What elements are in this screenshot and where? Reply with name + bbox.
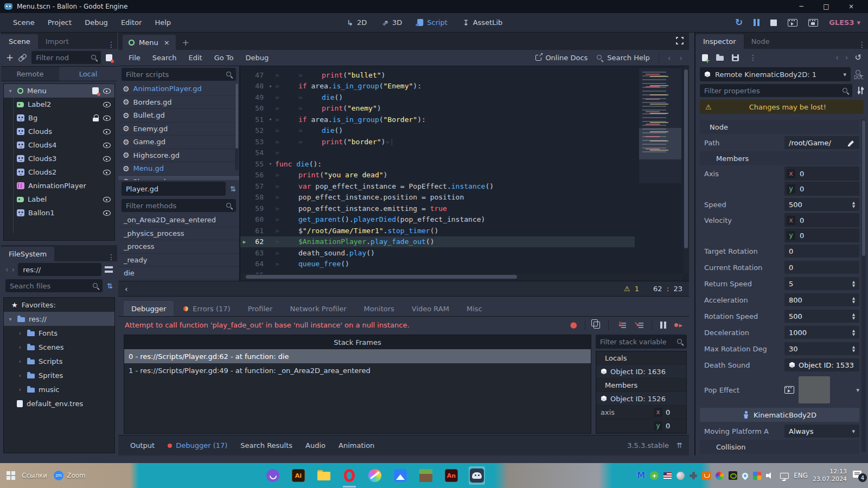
nav-forward-icon[interactable]: › (12, 265, 15, 274)
fs-row-sprites[interactable]: ›Sprites (4, 368, 114, 382)
spinner-icon[interactable]: ▲▼ (852, 313, 855, 320)
code-line[interactable]: 64»queue_free() (240, 259, 635, 270)
code-line[interactable]: 63»death_sound.play() (240, 247, 635, 259)
restart-button[interactable]: ↻ (735, 18, 743, 27)
menu-project[interactable]: Project (41, 13, 78, 33)
file-search-input[interactable] (9, 281, 92, 291)
prop-return-speed[interactable]: Return Speed 5▲▼ (700, 275, 859, 292)
members-object[interactable]: Object ID: 1526 (596, 392, 686, 406)
play-custom-scene-button[interactable] (808, 19, 818, 27)
fold-icon[interactable]: ▾ (266, 161, 275, 166)
zoom-shortcut[interactable]: zm Zoom (54, 471, 86, 480)
script-menu-search[interactable]: Search (146, 50, 183, 66)
object-selector[interactable]: Remote KinematicBody2D: 1 ▾ (700, 67, 851, 81)
tab-network-profiler[interactable]: Network Profiler (282, 301, 354, 316)
menu-help[interactable]: Help (148, 13, 177, 33)
start-button[interactable] (7, 471, 15, 480)
tree-row-clouds3[interactable]: Clouds3 (4, 152, 114, 165)
script-menu-edit[interactable]: Edit (182, 50, 208, 66)
menu-editor[interactable]: Editor (114, 13, 148, 33)
prop-axis-x[interactable]: Axis x0 (700, 166, 859, 181)
sort-methods-icon[interactable]: ⇅ (230, 185, 236, 193)
local-tab[interactable]: Local (59, 67, 117, 81)
code-line[interactable]: ▶62»$AnimationPlayer.play_fade_out() (240, 236, 635, 248)
prop-acceleration[interactable]: Acceleration 800▲▼ (700, 292, 859, 308)
section-node[interactable]: Node (700, 120, 859, 134)
stop-button[interactable] (770, 20, 777, 26)
animation-button[interactable]: Animation (333, 441, 380, 450)
script-item[interactable]: ⚙Menu.gd (118, 162, 239, 176)
audio-button[interactable]: Audio (300, 441, 331, 450)
history-back-icon[interactable]: ‹ (835, 53, 839, 62)
code-line[interactable]: 54» (240, 147, 635, 159)
close-tab-icon[interactable]: × (164, 38, 170, 47)
tree-row-bg[interactable]: Bg (4, 111, 114, 125)
app-animate[interactable]: An (443, 466, 459, 485)
close-button[interactable]: × (839, 0, 864, 13)
app-illustrator[interactable]: Ai (290, 466, 307, 485)
code-line[interactable]: 50»»print("enemy") (240, 103, 635, 114)
output-button[interactable]: Output (125, 441, 160, 450)
chevron-down-icon[interactable]: ▾ (852, 428, 855, 435)
inspector-scrollbar[interactable] (861, 119, 866, 452)
prop-pop-effect[interactable]: Pop Effect ▾ (700, 373, 859, 407)
workspace-script[interactable]: Script (417, 18, 448, 27)
tab-video-ram[interactable]: Video RAM (404, 301, 457, 316)
renderer-selector[interactable]: GLES3▾ (829, 18, 860, 27)
fs-row-music[interactable]: ›music (4, 382, 114, 396)
script-menu-debug[interactable]: Debug (239, 50, 275, 66)
tree-row-ballon1[interactable]: Ballon1 (4, 206, 114, 220)
favorites-row[interactable]: ★Favorites: (4, 298, 114, 312)
tab-node[interactable]: Node (744, 34, 777, 49)
locals-object[interactable]: Object ID: 1636 (596, 365, 686, 378)
prop-velocity-x[interactable]: Velocity x0 (700, 213, 859, 228)
collapse-icon[interactable]: ▾ (7, 88, 14, 94)
app-krita[interactable] (367, 466, 383, 485)
language-indicator[interactable]: ENG (794, 472, 808, 479)
network-icon[interactable] (780, 473, 789, 479)
continue-icon[interactable]: ▸ (674, 321, 682, 329)
code-line[interactable]: 55▾func die(): (240, 158, 635, 170)
break-icon[interactable] (660, 322, 666, 329)
collapse-sidebar-icon[interactable]: ‹ (125, 285, 128, 293)
code-line[interactable]: 56»print("you are dead") (240, 170, 635, 181)
script-menu-file[interactable]: File (123, 50, 146, 66)
code-area[interactable]: 47»»print("bullet")48▾»if area.is_in_gro… (240, 66, 689, 281)
spinner-icon[interactable]: ▲▼ (852, 329, 855, 336)
scene-tab-menu[interactable]: Menu × (123, 35, 176, 50)
workspace-2d[interactable]: ↳2D (347, 18, 367, 27)
visibility-icon[interactable] (103, 195, 111, 203)
expand-icon[interactable]: › (17, 373, 23, 378)
method-item[interactable]: die (118, 267, 239, 280)
inspector-menu-icon[interactable]: ⋮ (856, 40, 868, 49)
code-line[interactable]: 61»$"/root/Game/Timer1".stop_timer() (240, 225, 635, 236)
code-line[interactable]: 57»var pop_effect_instance = PopEffect.i… (240, 181, 635, 192)
prop-death-sound[interactable]: Death Sound Object ID: 1533 (700, 357, 859, 373)
fs-row-fonts[interactable]: ›Fonts (4, 326, 114, 340)
app-mountain[interactable] (392, 466, 409, 485)
script-item[interactable]: ⚙Game.gd (118, 136, 239, 149)
script-item[interactable]: ⚙AnimationPlayer.gd (118, 82, 239, 96)
filter-scripts-input[interactable] (125, 70, 226, 79)
expand-icon[interactable]: › (17, 387, 23, 393)
prop-speed[interactable]: Speed 500▲▼ (700, 196, 859, 213)
code-line[interactable]: 51▾»if area.is_in_group("Border"): (240, 114, 635, 125)
history-forward-icon[interactable]: › (679, 54, 682, 62)
visibility-icon[interactable] (103, 127, 111, 136)
visibility-icon[interactable] (103, 87, 111, 95)
scene-filter-input[interactable] (35, 53, 91, 62)
squares-icon[interactable] (753, 472, 761, 480)
filter-properties-input[interactable] (703, 86, 842, 95)
tab-filesystem[interactable]: FileSystem (1, 247, 54, 261)
code-line[interactable]: 48▾»if area.is_in_group("Enemy"): (240, 81, 635, 92)
fs-row-scenes[interactable]: ›Scenes (4, 340, 114, 354)
class-header-kinematicbody2d[interactable]: KinematicBody2D (700, 408, 859, 422)
script-item[interactable]: ⚙Enemy.gd (118, 123, 239, 136)
visibility-icon[interactable] (103, 209, 111, 217)
pick-node-icon[interactable] (848, 139, 855, 146)
green-plus-icon[interactable]: + (650, 471, 659, 480)
fold-icon[interactable]: ▾ (266, 84, 275, 89)
menu-debug[interactable]: Debug (78, 13, 114, 33)
stack-frame-0[interactable]: 0 - res://Scripts/Player.gd:62 - at func… (124, 349, 591, 363)
expand-icon[interactable]: › (17, 358, 23, 364)
